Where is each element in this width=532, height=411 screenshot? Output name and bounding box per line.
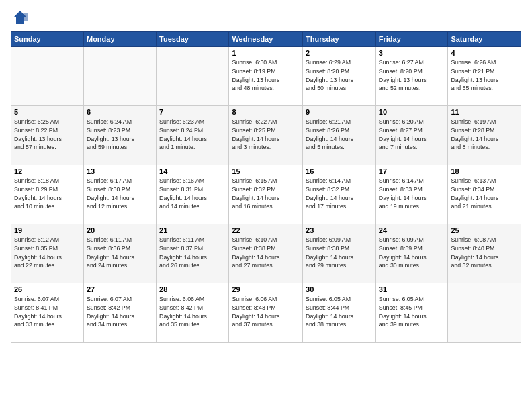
header-cell-friday: Friday <box>375 32 448 47</box>
day-info: Sunrise: 6:29 AM Sunset: 8:20 PM Dayligh… <box>306 58 373 93</box>
day-number: 24 <box>379 226 445 234</box>
week-row-2: 12Sunrise: 6:18 AM Sunset: 8:29 PM Dayli… <box>11 165 521 224</box>
day-info: Sunrise: 6:10 AM Sunset: 8:38 PM Dayligh… <box>232 236 300 270</box>
day-info: Sunrise: 6:20 AM Sunset: 8:27 PM Dayligh… <box>379 118 445 152</box>
day-cell: 21Sunrise: 6:11 AM Sunset: 8:37 PM Dayli… <box>157 224 229 283</box>
day-number: 30 <box>306 285 373 293</box>
header-cell-sunday: Sunday <box>11 32 84 47</box>
day-number: 18 <box>451 167 518 175</box>
day-number: 13 <box>87 167 153 175</box>
day-number: 22 <box>232 226 300 234</box>
day-info: Sunrise: 6:07 AM Sunset: 8:41 PM Dayligh… <box>14 295 81 329</box>
day-number: 29 <box>232 285 300 293</box>
day-number: 9 <box>306 108 373 116</box>
day-cell: 28Sunrise: 6:06 AM Sunset: 8:42 PM Dayli… <box>157 283 229 342</box>
header-cell-thursday: Thursday <box>303 32 376 47</box>
day-number: 20 <box>87 226 153 234</box>
day-info: Sunrise: 6:23 AM Sunset: 8:24 PM Dayligh… <box>159 118 226 152</box>
day-info: Sunrise: 6:14 AM Sunset: 8:32 PM Dayligh… <box>306 177 373 211</box>
day-cell: 18Sunrise: 6:13 AM Sunset: 8:34 PM Dayli… <box>448 165 521 224</box>
day-info: Sunrise: 6:05 AM Sunset: 8:45 PM Dayligh… <box>379 295 445 329</box>
day-info: Sunrise: 6:18 AM Sunset: 8:29 PM Dayligh… <box>14 177 81 211</box>
day-info: Sunrise: 6:15 AM Sunset: 8:32 PM Dayligh… <box>232 177 300 211</box>
week-row-1: 5Sunrise: 6:25 AM Sunset: 8:22 PM Daylig… <box>11 106 521 165</box>
day-info: Sunrise: 6:05 AM Sunset: 8:44 PM Dayligh… <box>306 295 373 329</box>
day-number: 16 <box>306 167 373 175</box>
day-info: Sunrise: 6:06 AM Sunset: 8:43 PM Dayligh… <box>232 295 300 329</box>
day-info: Sunrise: 6:11 AM Sunset: 8:37 PM Dayligh… <box>159 236 226 270</box>
day-number: 12 <box>14 167 81 175</box>
day-number: 15 <box>232 167 300 175</box>
day-cell: 2Sunrise: 6:29 AM Sunset: 8:20 PM Daylig… <box>303 47 376 106</box>
day-cell: 5Sunrise: 6:25 AM Sunset: 8:22 PM Daylig… <box>11 106 84 165</box>
day-cell: 16Sunrise: 6:14 AM Sunset: 8:32 PM Dayli… <box>303 165 376 224</box>
day-info: Sunrise: 6:16 AM Sunset: 8:31 PM Dayligh… <box>159 177 226 211</box>
week-row-4: 26Sunrise: 6:07 AM Sunset: 8:41 PM Dayli… <box>11 283 521 342</box>
day-info: Sunrise: 6:19 AM Sunset: 8:28 PM Dayligh… <box>451 118 518 152</box>
logo-icon <box>11 8 30 27</box>
day-cell: 14Sunrise: 6:16 AM Sunset: 8:31 PM Dayli… <box>157 165 229 224</box>
day-number: 26 <box>14 285 81 293</box>
day-cell: 8Sunrise: 6:22 AM Sunset: 8:25 PM Daylig… <box>229 106 303 165</box>
day-cell: 1Sunrise: 6:30 AM Sunset: 8:19 PM Daylig… <box>229 47 303 106</box>
day-number: 23 <box>306 226 373 234</box>
day-number: 25 <box>451 226 518 234</box>
day-number: 6 <box>87 108 153 116</box>
day-cell <box>157 47 229 106</box>
day-cell: 9Sunrise: 6:21 AM Sunset: 8:26 PM Daylig… <box>303 106 376 165</box>
day-number: 19 <box>14 226 81 234</box>
day-cell: 15Sunrise: 6:15 AM Sunset: 8:32 PM Dayli… <box>229 165 303 224</box>
day-info: Sunrise: 6:08 AM Sunset: 8:40 PM Dayligh… <box>451 236 518 270</box>
day-number: 21 <box>159 226 226 234</box>
day-info: Sunrise: 6:27 AM Sunset: 8:20 PM Dayligh… <box>379 58 445 93</box>
day-info: Sunrise: 6:14 AM Sunset: 8:33 PM Dayligh… <box>379 177 445 211</box>
day-cell: 31Sunrise: 6:05 AM Sunset: 8:45 PM Dayli… <box>375 283 448 342</box>
day-number: 4 <box>451 49 518 57</box>
day-info: Sunrise: 6:22 AM Sunset: 8:25 PM Dayligh… <box>232 118 300 152</box>
day-number: 17 <box>379 167 445 175</box>
day-cell: 25Sunrise: 6:08 AM Sunset: 8:40 PM Dayli… <box>448 224 521 283</box>
day-number: 10 <box>379 108 445 116</box>
day-info: Sunrise: 6:06 AM Sunset: 8:42 PM Dayligh… <box>159 295 226 329</box>
day-info: Sunrise: 6:13 AM Sunset: 8:34 PM Dayligh… <box>451 177 518 211</box>
day-cell <box>83 47 156 106</box>
day-info: Sunrise: 6:25 AM Sunset: 8:22 PM Dayligh… <box>14 118 81 152</box>
logo <box>11 8 32 27</box>
day-info: Sunrise: 6:11 AM Sunset: 8:36 PM Dayligh… <box>87 236 153 270</box>
week-row-0: 1Sunrise: 6:30 AM Sunset: 8:19 PM Daylig… <box>11 47 521 106</box>
day-cell: 23Sunrise: 6:09 AM Sunset: 8:38 PM Dayli… <box>303 224 376 283</box>
day-number: 14 <box>159 167 226 175</box>
day-cell: 26Sunrise: 6:07 AM Sunset: 8:41 PM Dayli… <box>11 283 84 342</box>
day-info: Sunrise: 6:24 AM Sunset: 8:23 PM Dayligh… <box>87 118 153 152</box>
calendar-header: SundayMondayTuesdayWednesdayThursdayFrid… <box>11 32 521 47</box>
day-cell: 10Sunrise: 6:20 AM Sunset: 8:27 PM Dayli… <box>375 106 448 165</box>
day-cell <box>11 47 84 106</box>
day-info: Sunrise: 6:17 AM Sunset: 8:30 PM Dayligh… <box>87 177 153 211</box>
header-cell-saturday: Saturday <box>448 32 521 47</box>
header-cell-tuesday: Tuesday <box>157 32 229 47</box>
day-info: Sunrise: 6:07 AM Sunset: 8:42 PM Dayligh… <box>87 295 153 329</box>
header <box>11 8 521 27</box>
day-cell: 29Sunrise: 6:06 AM Sunset: 8:43 PM Dayli… <box>229 283 303 342</box>
day-info: Sunrise: 6:30 AM Sunset: 8:19 PM Dayligh… <box>232 58 300 93</box>
day-number: 2 <box>306 49 373 57</box>
day-cell: 24Sunrise: 6:09 AM Sunset: 8:39 PM Dayli… <box>375 224 448 283</box>
day-cell: 13Sunrise: 6:17 AM Sunset: 8:30 PM Dayli… <box>83 165 156 224</box>
day-number: 27 <box>87 285 153 293</box>
day-number: 31 <box>379 285 445 293</box>
day-cell: 4Sunrise: 6:26 AM Sunset: 8:21 PM Daylig… <box>448 47 521 106</box>
day-info: Sunrise: 6:21 AM Sunset: 8:26 PM Dayligh… <box>306 118 373 152</box>
day-cell: 30Sunrise: 6:05 AM Sunset: 8:44 PM Dayli… <box>303 283 376 342</box>
week-row-3: 19Sunrise: 6:12 AM Sunset: 8:35 PM Dayli… <box>11 224 521 283</box>
day-cell: 27Sunrise: 6:07 AM Sunset: 8:42 PM Dayli… <box>83 283 156 342</box>
day-cell: 3Sunrise: 6:27 AM Sunset: 8:20 PM Daylig… <box>375 47 448 106</box>
page: SundayMondayTuesdayWednesdayThursdayFrid… <box>0 0 532 411</box>
day-info: Sunrise: 6:09 AM Sunset: 8:38 PM Dayligh… <box>306 236 373 270</box>
day-cell: 22Sunrise: 6:10 AM Sunset: 8:38 PM Dayli… <box>229 224 303 283</box>
day-cell: 12Sunrise: 6:18 AM Sunset: 8:29 PM Dayli… <box>11 165 84 224</box>
day-cell: 20Sunrise: 6:11 AM Sunset: 8:36 PM Dayli… <box>83 224 156 283</box>
day-number: 7 <box>159 108 226 116</box>
day-cell: 7Sunrise: 6:23 AM Sunset: 8:24 PM Daylig… <box>157 106 229 165</box>
day-info: Sunrise: 6:26 AM Sunset: 8:21 PM Dayligh… <box>451 58 518 93</box>
calendar-body: 1Sunrise: 6:30 AM Sunset: 8:19 PM Daylig… <box>11 47 521 342</box>
